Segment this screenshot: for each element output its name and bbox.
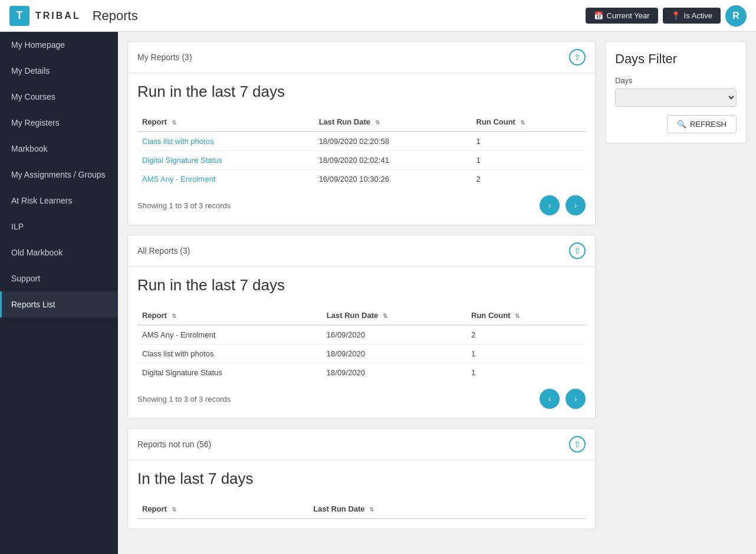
run-count: 1 — [472, 132, 586, 151]
col-lastrun-2: Last Run Date ⇅ — [322, 306, 466, 325]
run-count: 1 — [466, 363, 586, 382]
days-filter-title: Days Filter — [615, 51, 737, 67]
run-count: 1 — [466, 345, 586, 363]
sort-icon[interactable]: ⇅ — [383, 313, 387, 319]
col-report-1: Report ⇅ — [137, 113, 314, 132]
sort-icon[interactable]: ⇅ — [172, 119, 176, 126]
reports-not-run-collapse-button[interactable]: ⇧ — [569, 436, 586, 453]
all-reports-header: All Reports (3) ⇧ — [128, 235, 595, 267]
all-reports-prev-button[interactable]: ‹ — [540, 389, 560, 409]
last-run-date: 18/09/2020 — [322, 345, 466, 363]
sort-icon[interactable]: ⇅ — [515, 313, 520, 319]
report-link[interactable]: Digital Signature Status — [142, 156, 222, 165]
location-icon: 📍 — [671, 11, 681, 20]
all-reports-next-button[interactable]: › — [566, 389, 586, 409]
my-reports-body: Run in the last 7 days Report ⇅ Last Run… — [128, 73, 595, 225]
my-reports-header: My Reports (3) ⇧ — [128, 42, 595, 73]
sort-icon[interactable]: ⇅ — [172, 313, 176, 319]
sidebar-item-markbook[interactable]: Markbook — [0, 136, 118, 162]
report-name: Digital Signature Status — [137, 363, 322, 382]
days-label: Days — [615, 76, 737, 85]
col-runcount-1: Run Count ⇅ — [472, 113, 586, 132]
main-content: My Reports (3) ⇧ Run in the last 7 days … — [127, 41, 596, 545]
table-row: Class list with photos18/09/20201 — [137, 345, 586, 363]
avatar[interactable]: R — [725, 5, 747, 27]
header: T TRIBAL Reports 📅 Current Year 📍 Is Act… — [0, 0, 756, 32]
my-reports-title: My Reports (3) — [137, 53, 192, 62]
reports-not-run-section-title: In the last 7 days — [137, 470, 586, 488]
days-filter-card: Days Filter Days 7 14 30 🔍 REFRESH — [605, 41, 747, 143]
all-reports-collapse-button[interactable]: ⇧ — [569, 242, 586, 259]
sidebar-item-my-homepage[interactable]: My Homepage — [0, 32, 118, 58]
report-name: AMS Any - Enrolment — [137, 325, 322, 345]
sidebar-item-support[interactable]: Support — [0, 265, 118, 291]
all-reports-card: All Reports (3) ⇧ Run in the last 7 days… — [127, 235, 596, 419]
table-row: Digital Signature Status18/09/2020 02:02… — [137, 151, 586, 170]
search-icon: 🔍 — [677, 120, 686, 129]
sort-icon[interactable]: ⇅ — [172, 506, 176, 513]
run-count: 2 — [466, 325, 586, 345]
my-reports-pagination: Showing 1 to 3 of 3 records ‹ › — [137, 195, 586, 215]
last-run-date: 16/09/2020 10:30:26 — [314, 170, 472, 189]
my-reports-prev-button[interactable]: ‹ — [540, 195, 560, 215]
col-report-2: Report ⇅ — [137, 306, 322, 325]
my-reports-table: Report ⇅ Last Run Date ⇅ Run Count ⇅ — [137, 113, 586, 188]
last-run-date: 16/09/2020 — [322, 325, 466, 345]
report-name: Class list with photos — [137, 345, 322, 363]
my-reports-collapse-button[interactable]: ⇧ — [569, 49, 586, 65]
all-reports-title: All Reports (3) — [137, 246, 190, 255]
sidebar-item-at-risk-learners[interactable]: At Risk Learners — [0, 188, 118, 214]
reports-not-run-card: Reports not run (56) ⇧ In the last 7 day… — [127, 428, 596, 529]
reports-not-run-body: In the last 7 days Report ⇅ Last Run Dat… — [128, 460, 595, 529]
current-year-label: Current Year — [607, 11, 650, 20]
run-count: 1 — [472, 151, 586, 170]
all-reports-pagination-text: Showing 1 to 3 of 3 records — [137, 395, 534, 404]
my-reports-card: My Reports (3) ⇧ Run in the last 7 days … — [127, 41, 596, 225]
logo-area: T TRIBAL — [9, 6, 81, 26]
all-reports-table: Report ⇅ Last Run Date ⇅ Run Count ⇅ — [137, 306, 586, 382]
sort-icon[interactable]: ⇅ — [375, 119, 380, 126]
content-area: My Reports (3) ⇧ Run in the last 7 days … — [118, 32, 756, 554]
sidebar-item-old-markbook[interactable]: Old Markbook — [0, 240, 118, 265]
sidebar-item-my-assignments-groups[interactable]: My Assignments / Groups — [0, 162, 118, 188]
last-run-date: 18/09/2020 — [322, 363, 466, 382]
header-controls: 📅 Current Year 📍 Is Active R — [586, 5, 747, 27]
logo-icon: T — [9, 6, 29, 26]
all-reports-pagination: Showing 1 to 3 of 3 records ‹ › — [137, 389, 586, 409]
my-reports-next-button[interactable]: › — [566, 195, 586, 215]
sidebar-item-ilp[interactable]: ILP — [0, 214, 118, 240]
refresh-button[interactable]: 🔍 REFRESH — [667, 115, 737, 133]
reports-not-run-table: Report ⇅ Last Run Date ⇅ — [137, 500, 586, 519]
sort-icon[interactable]: ⇅ — [520, 119, 525, 126]
sidebar-item-reports-list[interactable]: Reports List — [0, 291, 118, 317]
calendar-icon: 📅 — [594, 11, 603, 20]
table-row: AMS Any - Enrolment16/09/2020 10:30:262 — [137, 170, 586, 189]
my-reports-section-title: Run in the last 7 days — [137, 83, 586, 101]
is-active-label: Is Active — [684, 11, 712, 20]
col-report-3: Report ⇅ — [137, 500, 308, 519]
table-row: Digital Signature Status18/09/20201 — [137, 363, 586, 382]
run-count: 2 — [472, 170, 586, 189]
report-link[interactable]: AMS Any - Enrolment — [142, 175, 215, 183]
main-layout: My HomepageMy DetailsMy CoursesMy Regist… — [0, 32, 756, 554]
table-row: AMS Any - Enrolment16/09/20202 — [137, 325, 586, 345]
sidebar: My HomepageMy DetailsMy CoursesMy Regist… — [0, 32, 118, 554]
table-row: Class list with photos18/09/2020 02:20:5… — [137, 132, 586, 151]
is-active-button[interactable]: 📍 Is Active — [663, 8, 721, 24]
refresh-label: REFRESH — [690, 120, 727, 129]
report-link[interactable]: Class list with photos — [142, 137, 213, 146]
logo-name: TRIBAL — [35, 11, 81, 21]
sidebar-item-my-details[interactable]: My Details — [0, 58, 118, 84]
col-lastrun-3: Last Run Date ⇅ — [308, 500, 586, 519]
page-title: Reports — [93, 8, 586, 24]
my-reports-pagination-text: Showing 1 to 3 of 3 records — [137, 201, 534, 210]
reports-not-run-title: Reports not run (56) — [137, 440, 211, 449]
days-select[interactable]: 7 14 30 — [615, 88, 737, 107]
col-lastrun-1: Last Run Date ⇅ — [314, 113, 472, 132]
sidebar-item-my-courses[interactable]: My Courses — [0, 84, 118, 110]
current-year-button[interactable]: 📅 Current Year — [586, 8, 658, 24]
sort-icon[interactable]: ⇅ — [369, 506, 374, 513]
sidebar-item-my-registers[interactable]: My Registers — [0, 110, 118, 136]
last-run-date: 18/09/2020 02:02:41 — [314, 151, 472, 170]
all-reports-section-title: Run in the last 7 days — [137, 276, 586, 294]
